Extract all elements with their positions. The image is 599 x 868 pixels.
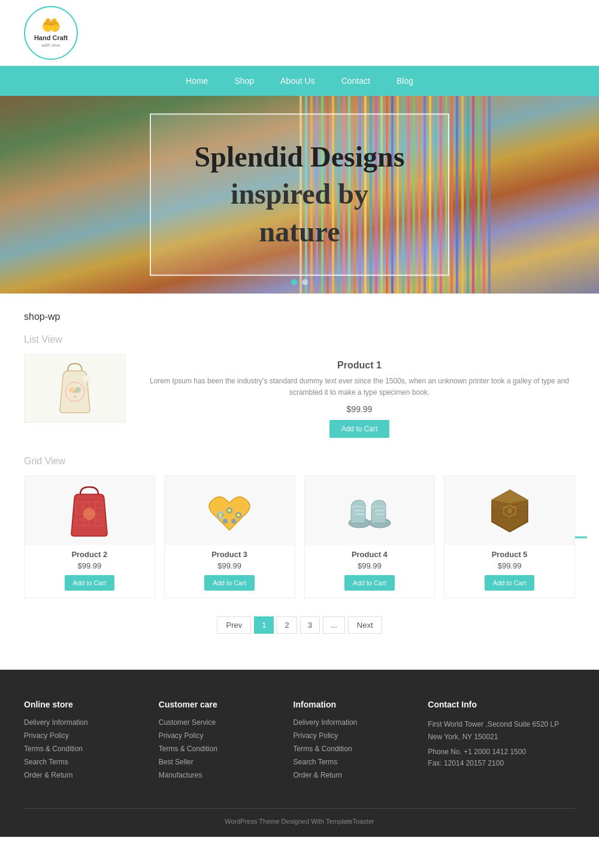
- logo-title: Hand Craft: [34, 34, 68, 42]
- product-1-price: $99.99: [144, 404, 575, 414]
- list-product-1: Product 1 Lorem Ipsum has been the indus…: [24, 354, 575, 438]
- main-content: shop-wp List View Product 1 Lore: [0, 294, 599, 670]
- footer-link-search-1[interactable]: Search Terms: [24, 758, 147, 766]
- product-2-svg: [65, 481, 113, 541]
- product-4-add-to-cart[interactable]: Add to Cart: [344, 575, 395, 591]
- hero-line2: inspired by nature: [193, 176, 406, 251]
- logo[interactable]: 🤲 Hand Craft with love: [24, 6, 78, 60]
- footer-phone: Phone No. +1 2000 1412 1500: [428, 748, 575, 756]
- svg-point-6: [83, 508, 95, 520]
- hero-line1: Splendid Designs: [193, 138, 406, 176]
- hero-dot-2[interactable]: [302, 279, 308, 285]
- logo-circle: 🤲 Hand Craft with love: [24, 6, 78, 60]
- footer-link-privacy-1[interactable]: Privacy Policy: [24, 731, 147, 740]
- hero-dots: [291, 279, 308, 285]
- footer-cols: Online store Delivery Information Privac…: [24, 700, 575, 784]
- footer-bottom: WordPress Theme Designed With TemplateTo…: [24, 808, 575, 837]
- product-4-image[interactable]: [305, 476, 435, 545]
- product-4-price: $99.99: [305, 561, 435, 570]
- product-3-image[interactable]: [165, 476, 295, 545]
- hero-text-box: Splendid Designs inspired by nature: [150, 113, 449, 276]
- hero-dot-1[interactable]: [291, 279, 297, 285]
- header: 🤲 Hand Craft with love: [0, 0, 599, 66]
- svg-rect-3: [82, 376, 90, 382]
- footer-link-delivery-2[interactable]: Delivery Information: [294, 718, 416, 727]
- product-1-info: Product 1 Lorem Ipsum has been the indus…: [144, 354, 575, 438]
- main-nav: Home Shop About Us Contact Blog: [0, 66, 599, 96]
- footer-link-delivery-1[interactable]: Delivery Information: [24, 718, 147, 727]
- footer-link-privacy-2[interactable]: Privacy Policy: [159, 731, 282, 740]
- page-ellipsis[interactable]: ...: [323, 616, 345, 634]
- footer-link-best-seller[interactable]: Best Seller: [159, 758, 282, 766]
- nav-contact[interactable]: Contact: [341, 76, 370, 86]
- svg-point-27: [507, 509, 512, 513]
- shop-title: shop-wp: [24, 311, 575, 322]
- footer-col-information: Infomation Delivery Information Privacy …: [294, 700, 416, 784]
- footer-link-terms-1[interactable]: Terms & Condition: [24, 745, 147, 753]
- page-3[interactable]: 3: [300, 616, 320, 634]
- product-3-svg: [202, 485, 256, 536]
- footer-fax: Fax: 12014 20157 2100: [428, 759, 575, 767]
- pagination: Prev 1 2 3 ... Next: [24, 616, 575, 634]
- footer-link-terms-3[interactable]: Terms & Condition: [294, 745, 416, 753]
- footer-col-1-title: Online store: [24, 700, 147, 709]
- product-3-add-to-cart[interactable]: Add to Cart: [204, 575, 255, 591]
- footer-link-privacy-3[interactable]: Privacy Policy: [294, 731, 416, 740]
- svg-point-2: [75, 387, 81, 393]
- footer-col-contact: Contact Info First World Tower ,Second S…: [428, 700, 575, 784]
- footer-copyright: WordPress Theme Designed With TemplateTo…: [225, 818, 374, 825]
- svg-point-1: [69, 387, 75, 393]
- product-1-name[interactable]: Product 1: [144, 360, 575, 371]
- product-5-add-to-cart[interactable]: Add to Cart: [485, 575, 535, 591]
- logo-icon: 🤲: [41, 17, 60, 33]
- right-arrow[interactable]: [575, 536, 587, 538]
- product-1-add-to-cart[interactable]: Add to Cart: [329, 420, 390, 438]
- product-2-name[interactable]: Product 2: [25, 550, 155, 559]
- footer-link-terms-2[interactable]: Terms & Condition: [159, 745, 282, 753]
- footer-col-online-store: Online store Delivery Information Privac…: [24, 700, 147, 784]
- product-2-price: $99.99: [25, 561, 155, 570]
- product-5-price: $99.99: [444, 561, 574, 570]
- list-view-label: List View: [24, 334, 575, 345]
- svg-point-17: [228, 509, 231, 512]
- product-3-price: $99.99: [165, 561, 295, 570]
- grid-view-label: Grid View: [24, 456, 575, 467]
- product-5-name[interactable]: Product 5: [444, 550, 574, 559]
- product-4-name[interactable]: Product 4: [305, 550, 435, 559]
- svg-point-16: [219, 514, 222, 517]
- svg-point-18: [237, 514, 240, 517]
- footer-col-2-title: Customer care: [159, 700, 282, 709]
- footer: Online store Delivery Information Privac…: [0, 670, 599, 837]
- product-3-name[interactable]: Product 3: [165, 550, 295, 559]
- product-5-svg: [483, 487, 537, 535]
- nav-blog[interactable]: Blog: [397, 76, 413, 86]
- hero-section: Splendid Designs inspired by nature: [0, 96, 599, 294]
- product-1-svg: [51, 359, 99, 419]
- product-5-image[interactable]: [444, 476, 574, 545]
- page-prev[interactable]: Prev: [217, 616, 251, 634]
- product-2-image[interactable]: [25, 476, 155, 545]
- grid-item-3: Product 3 $99.99 Add to Cart: [164, 476, 295, 598]
- nav-home[interactable]: Home: [186, 76, 208, 86]
- footer-link-customer-service[interactable]: Customer Service: [159, 718, 282, 727]
- footer-link-order-2[interactable]: Order & Return: [294, 771, 416, 779]
- logo-subtitle: with love: [41, 43, 60, 48]
- page-2[interactable]: 2: [277, 616, 297, 634]
- nav-about[interactable]: About Us: [280, 76, 315, 86]
- footer-link-order-1[interactable]: Order & Return: [24, 771, 147, 779]
- footer-col-customer-care: Customer care Customer Service Privacy P…: [159, 700, 282, 784]
- svg-point-10: [223, 519, 228, 524]
- footer-link-manufactures[interactable]: Manufactures: [159, 771, 282, 779]
- svg-point-11: [231, 519, 236, 524]
- product-4-svg: [343, 487, 397, 535]
- grid-products: Product 2 $99.99 Add to Cart: [24, 476, 575, 598]
- page-1[interactable]: 1: [254, 616, 274, 634]
- product-1-image[interactable]: [24, 354, 126, 423]
- footer-col-3-title: Infomation: [294, 700, 416, 709]
- product-2-add-to-cart[interactable]: Add to Cart: [65, 575, 115, 591]
- footer-link-search-2[interactable]: Search Terms: [294, 758, 416, 766]
- grid-item-2: Product 2 $99.99 Add to Cart: [24, 476, 155, 598]
- page-next[interactable]: Next: [348, 616, 382, 634]
- grid-item-4: Product 4 $99.99 Add to Cart: [304, 476, 435, 598]
- nav-shop[interactable]: Shop: [234, 76, 254, 86]
